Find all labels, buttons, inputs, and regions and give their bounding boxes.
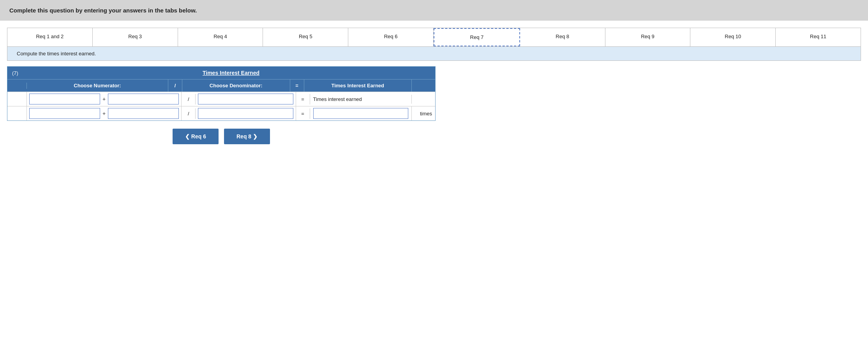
row1-numerator-input1[interactable] — [29, 94, 100, 104]
header-instruction: Complete this question by entering your … — [9, 7, 197, 14]
table-row: + / = Times interest earned — [7, 92, 435, 106]
header-banner: Complete this question by entering your … — [0, 0, 868, 21]
header-last — [412, 83, 435, 89]
tab-req-3[interactable]: Req 3 — [93, 28, 178, 46]
row1-spacer — [7, 92, 27, 106]
tab-req-9[interactable]: Req 9 — [605, 28, 691, 46]
row2-denom-cell — [196, 106, 296, 120]
table-title: Times Interest Earned — [27, 67, 435, 79]
row2-plus: + — [100, 110, 108, 117]
tab-req-10[interactable]: Req 10 — [690, 28, 776, 46]
row2-numerator-group: + — [27, 106, 182, 120]
row1-numerator-group: + — [27, 92, 182, 106]
row2-numerator-input1[interactable] — [29, 108, 100, 119]
row2-denom-input[interactable] — [198, 108, 293, 119]
row1-equals: = — [296, 94, 310, 104]
table-row: + / = times — [7, 106, 435, 120]
row2-spacer — [7, 106, 27, 120]
row2-result-value[interactable] — [313, 108, 408, 119]
instruction-text: Compute the times interest earned. — [17, 51, 96, 57]
nav-buttons: ❮ Req 6 Req 8 ❯ — [7, 129, 436, 144]
tabs-container: Req 1 and 2 Req 3 Req 4 Req 5 Req 6 Req … — [7, 28, 861, 47]
prev-button[interactable]: ❮ Req 6 — [173, 129, 219, 144]
instruction-bar: Compute the times interest earned. — [7, 47, 861, 61]
header-numerator: Choose Numerator: — [27, 80, 168, 92]
header-result: Times Interest Earned — [304, 80, 412, 92]
row2-result-input — [310, 106, 412, 120]
row1-denom-cell — [196, 92, 296, 106]
table-row-number: (7) — [7, 67, 27, 79]
header-denominator: Choose Denominator: — [182, 80, 290, 92]
next-button[interactable]: Req 8 ❯ — [224, 129, 270, 144]
tab-req-4[interactable]: Req 4 — [178, 28, 263, 46]
row2-equals: = — [296, 108, 310, 119]
tab-req-5[interactable]: Req 5 — [263, 28, 348, 46]
tab-req-6[interactable]: Req 6 — [348, 28, 434, 46]
tab-req-8[interactable]: Req 8 — [520, 28, 605, 46]
tab-req-7[interactable]: Req 7 — [434, 28, 520, 46]
row1-suffix — [412, 97, 435, 101]
column-headers: Choose Numerator: / Choose Denominator: … — [7, 79, 435, 92]
header-equals: = — [290, 80, 304, 92]
row1-result: Times interest earned — [310, 95, 412, 104]
header-spacer — [7, 83, 27, 89]
row1-slash: / — [182, 94, 196, 104]
row1-numerator-input2[interactable] — [108, 94, 179, 104]
main-content: (7) Times Interest Earned Choose Numerat… — [7, 66, 861, 121]
tab-req-11[interactable]: Req 11 — [776, 28, 861, 46]
row1-denom-input[interactable] — [198, 94, 293, 104]
tab-req-1-2[interactable]: Req 1 and 2 — [7, 28, 93, 46]
row2-numerator-input2[interactable] — [108, 108, 179, 119]
row2-slash: / — [182, 108, 196, 119]
table-title-row: (7) Times Interest Earned — [7, 67, 435, 79]
header-slash: / — [168, 80, 182, 92]
row1-plus: + — [100, 96, 108, 102]
times-interest-table: (7) Times Interest Earned Choose Numerat… — [7, 66, 436, 121]
row2-suffix: times — [412, 108, 435, 119]
